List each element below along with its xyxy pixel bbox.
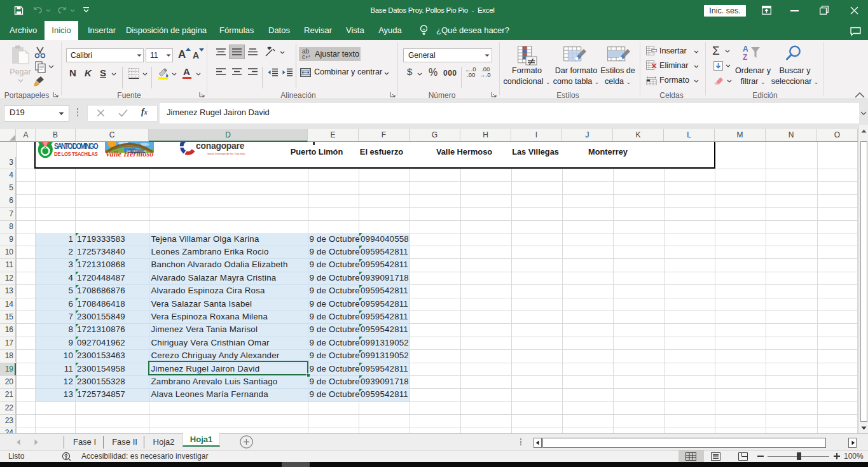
svg-text:GAD PARROQUIAL: GAD PARROQUIAL	[127, 150, 146, 153]
svg-text:SANTO DOMINGO: SANTO DOMINGO	[54, 142, 99, 151]
svg-text:DE LOS TSACHILAS: DE LOS TSACHILAS	[54, 151, 99, 158]
svg-text:Santo Domingo de los Tsáchilas: Santo Domingo de los Tsáchilas	[207, 152, 245, 155]
svg-text:conagopare: conagopare	[196, 142, 245, 151]
